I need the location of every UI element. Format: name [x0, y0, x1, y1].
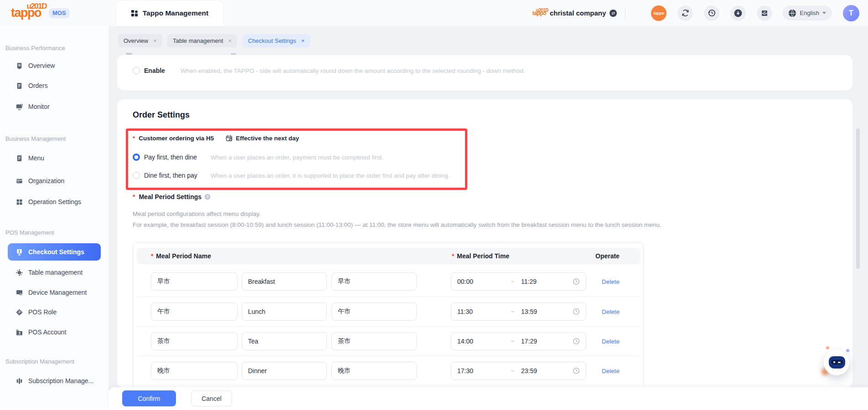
confirm-button[interactable]: Confirm: [122, 390, 176, 406]
tab-table-management[interactable]: Table management ×: [167, 34, 237, 47]
vertical-scrollbar[interactable]: [856, 128, 860, 269]
meal-period-row-dinner: 17:30 ~ 23:59 Delete: [133, 362, 643, 380]
sidebar-item-organization[interactable]: Organization: [8, 172, 101, 190]
sidebar: Business Performance Overview Orders Mon…: [0, 26, 108, 410]
close-icon[interactable]: ×: [228, 37, 232, 44]
meal-period-table: * Meal Period Name * Meal Period Time Op…: [133, 242, 644, 387]
time-separator: ~: [511, 278, 521, 285]
sidebar-item-label: Table management: [28, 269, 83, 276]
pay-first-description: When a user places an order, payment mus…: [211, 154, 383, 161]
sidebar-item-subscription-manage[interactable]: Subscription Manage...: [8, 372, 101, 390]
tab-overview[interactable]: Overview ×: [118, 34, 162, 47]
clock-icon: [573, 338, 580, 345]
tab-checkout-settings[interactable]: Checkout Settings ×: [243, 34, 310, 47]
sidebar-item-label: Orders: [28, 82, 48, 89]
meal-time-range-picker[interactable]: 14:00 ~ 17:29: [451, 332, 586, 350]
cancel-button[interactable]: Cancel: [191, 390, 232, 406]
sidebar-item-operation-settings[interactable]: Operation Settings: [8, 193, 101, 211]
time-end: 17:29: [521, 338, 573, 345]
sidebar-item-label: Monitor: [28, 103, 50, 110]
h5-ordering-highlight-box: * Customer ordering via H5 Effective the…: [126, 128, 467, 190]
orders-icon: [16, 82, 23, 90]
meal-name-local-input[interactable]: [151, 272, 238, 291]
inbox-icon[interactable]: [757, 5, 772, 21]
time-start: 00:00: [457, 278, 511, 285]
chevron-down-icon: [822, 12, 826, 14]
company-switch-icon[interactable]: ⇄: [610, 10, 617, 17]
tab-label: Checkout Settings: [248, 37, 296, 44]
sidebar-section-business-management: Business Management: [5, 135, 66, 142]
dine-first-radio[interactable]: [133, 172, 140, 179]
required-marker: *: [133, 135, 135, 142]
enable-radio[interactable]: [133, 67, 140, 74]
effective-note-label: Effective the next day: [236, 135, 299, 142]
header-right: tappo christal company ⇄ tappo English: [532, 0, 859, 26]
meal-name-en-input[interactable]: [242, 362, 327, 380]
screen: tappo MOS Tappo Management tappo christa…: [0, 0, 868, 410]
time-column-header: * Meal Period Time: [452, 248, 509, 264]
robot-eye: [833, 361, 835, 363]
meal-name-alt-input[interactable]: [331, 332, 417, 350]
sidebar-item-label: Menu: [28, 154, 44, 162]
language-selector[interactable]: English: [782, 5, 832, 20]
option-pay-first: Pay first, then dine When a user places …: [133, 152, 383, 163]
company-name: christal company: [550, 9, 606, 17]
operation-settings-icon: [16, 198, 23, 206]
rounding-enable-row: Enable When enabled, the TAPPO - side wi…: [133, 67, 525, 74]
meal-name-en-input[interactable]: [242, 272, 327, 291]
tab-tappo-management[interactable]: Tappo Management: [115, 0, 224, 26]
mascot-orange-dot: [826, 346, 829, 349]
table-management-icon: [16, 269, 23, 277]
pay-first-radio[interactable]: [133, 154, 140, 161]
meal-time-range-picker[interactable]: 11:30 ~ 13:59: [451, 302, 586, 321]
tappo-app-button[interactable]: tappo: [651, 5, 666, 21]
meal-name-local-input[interactable]: [151, 362, 238, 380]
sidebar-item-menu[interactable]: Menu: [8, 149, 101, 167]
delete-link[interactable]: Delete: [602, 332, 620, 350]
sidebar-item-monitor[interactable]: Monitor: [8, 97, 101, 116]
organization-icon: [16, 177, 23, 185]
sidebar-item-overview[interactable]: Overview: [8, 56, 101, 75]
sidebar-item-device-management[interactable]: Device Management: [8, 283, 101, 302]
sync-icon[interactable]: [677, 5, 693, 21]
meal-name-en-input[interactable]: [242, 332, 327, 350]
sidebar-item-label: POS Account: [28, 328, 66, 336]
delete-link[interactable]: Delete: [602, 302, 620, 321]
clock-icon: [573, 278, 580, 285]
info-icon[interactable]: ?: [204, 194, 211, 200]
sidebar-item-checkout-settings[interactable]: Checkout Settings: [8, 243, 101, 261]
subscription-icon: [16, 377, 23, 385]
history-icon[interactable]: [704, 5, 719, 21]
user-avatar[interactable]: T: [843, 5, 859, 21]
chat-assistant-button[interactable]: [822, 343, 852, 381]
delete-link[interactable]: Delete: [602, 362, 620, 380]
time-end: 13:59: [521, 308, 573, 315]
meal-time-range-picker[interactable]: 00:00 ~ 11:29: [451, 272, 586, 291]
meal-name-en-input[interactable]: [242, 302, 327, 321]
close-icon[interactable]: ×: [301, 37, 305, 44]
sidebar-item-pos-account[interactable]: POS Account: [8, 323, 101, 341]
meal-name-alt-input[interactable]: [331, 302, 417, 321]
sidebar-item-orders[interactable]: Orders: [8, 77, 101, 95]
close-icon[interactable]: ×: [153, 37, 157, 44]
meal-name-local-input[interactable]: [151, 332, 238, 350]
sidebar-item-table-management[interactable]: Table management: [8, 263, 101, 282]
sidebar-item-label: Subscription Manage...: [28, 377, 93, 384]
enable-description: When enabled, the TAPPO - side will auto…: [181, 67, 525, 74]
meal-time-range-picker[interactable]: 17:30 ~ 23:59: [451, 362, 586, 380]
meal-name-alt-input[interactable]: [331, 362, 417, 380]
brand-logo-text: tappo: [11, 6, 45, 20]
delete-link[interactable]: Delete: [602, 272, 620, 291]
time-separator: ~: [511, 308, 521, 315]
rounding-card: Enable When enabled, the TAPPO - side wi…: [117, 55, 852, 90]
pos-role-icon: [16, 308, 23, 316]
meal-name-alt-input[interactable]: [331, 272, 417, 291]
sidebar-item-pos-role[interactable]: POS Role: [8, 303, 101, 321]
meal-name-local-input[interactable]: [151, 302, 238, 321]
row-divider: [137, 326, 641, 327]
footer-action-bar: Confirm Cancel: [108, 387, 868, 410]
row-divider: [137, 356, 641, 356]
required-marker: *: [452, 252, 454, 260]
brand-logo[interactable]: tappo MOS: [11, 0, 70, 26]
download-icon[interactable]: [730, 5, 746, 21]
